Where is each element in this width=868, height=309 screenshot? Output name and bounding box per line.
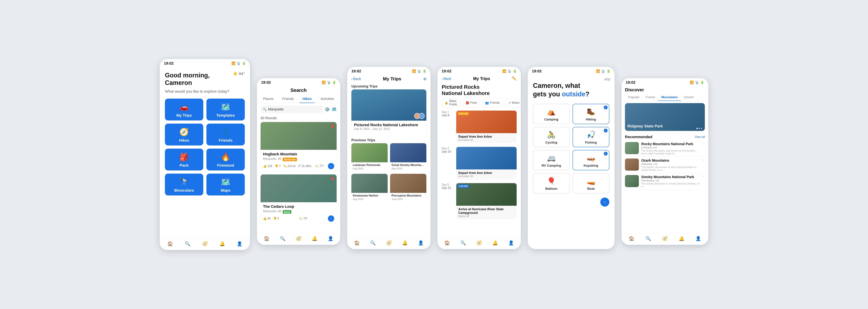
nav-compass-4[interactable]: 🧭 — [476, 240, 482, 246]
friends-btn[interactable]: 👥 Friends — [482, 98, 503, 107]
tile-hikes[interactable]: 🧭 Hikes — [165, 124, 203, 146]
tab-activities[interactable]: Activities — [318, 95, 337, 103]
nav-bell-1[interactable]: 🔔 — [219, 241, 225, 247]
nav-bell-4[interactable]: 🔔 — [492, 240, 498, 246]
featured-label: Ridgway State Park — [627, 124, 663, 128]
trail-card-2[interactable]: 🔖 The Cedars Loop Marquette, MI Easy 👍 4… — [260, 174, 337, 224]
heart-icon-1[interactable]: ♡ — [702, 142, 705, 146]
status-icons-3: 📶 📡 🔋 — [412, 69, 426, 73]
tile-binoculars[interactable]: 🔭 Binoculars — [165, 174, 203, 195]
heart-icon-2[interactable]: ♡ — [702, 158, 705, 163]
nav-search-1[interactable]: 🔍 — [185, 241, 190, 247]
activity-fishing[interactable]: ✓ 🎣 Fishing — [572, 127, 609, 147]
dot-3 — [701, 128, 702, 129]
nav-profile-4[interactable]: 👤 — [508, 240, 514, 246]
back-button-3[interactable]: ‹ Back — [351, 77, 361, 81]
rec-desc-1: The Rocky Mountains, also known as the R… — [641, 149, 699, 155]
tab-forest[interactable]: Forest — [643, 94, 658, 101]
day-content-1: 9:00 AM Depart from Ann Arbor Ann Arbor,… — [456, 111, 517, 144]
activity-boat[interactable]: ✓ 🚤 Boat — [572, 173, 609, 193]
tile-firewood[interactable]: 🔥 Firewood — [207, 149, 245, 171]
nav-home-4[interactable]: 🏠 — [444, 240, 450, 246]
nav-profile-2[interactable]: 👤 — [328, 236, 333, 241]
prev-card-3[interactable]: Keweenaw Harbor Aug 2018 — [351, 174, 388, 202]
trail-info-1: Hogback Mountain Marquette, MI Moderate … — [260, 150, 337, 171]
tab-hikes[interactable]: Hikes — [300, 95, 314, 103]
rec-item-3[interactable]: Smoky Mountains National Park Tennessee,… — [625, 173, 705, 190]
tab-desert[interactable]: Desert — [681, 94, 697, 101]
upcoming-trip-card[interactable]: Pictured Rocks National Lakeshore July 8… — [351, 89, 426, 133]
tile-templates[interactable]: 🗺️ Templates — [207, 99, 245, 121]
activity-balloon[interactable]: ✓ 🎈 Balloon — [533, 173, 570, 193]
tile-my-trips[interactable]: 🚗 My Trips — [165, 99, 203, 121]
nav-home-1[interactable]: 🏠 — [167, 241, 173, 247]
tab-places[interactable]: Places — [260, 95, 276, 103]
bookmark-icon-2[interactable]: 🔖 — [330, 176, 335, 181]
nav-search-2[interactable]: 🔍 — [280, 236, 285, 241]
nav-compass-1[interactable]: 🧭 — [202, 241, 208, 247]
tile-maps[interactable]: 🗺️ Maps — [207, 174, 245, 195]
bookmark-icon-1[interactable]: 🔖 — [330, 124, 335, 128]
day-card-5[interactable]: 5:00 PM Arrive at Hurricane River State … — [456, 183, 517, 219]
rec-item-2[interactable]: Ozark Mountains Arkansas, US The Ozarks,… — [625, 157, 705, 173]
nav-search-4[interactable]: 🔍 — [460, 240, 466, 246]
nav-profile-6[interactable]: 👤 — [695, 236, 701, 241]
tab-friends[interactable]: Friends — [279, 95, 297, 103]
view-all-link[interactable]: View all — [695, 135, 705, 139]
camping-icon: ⛺ — [547, 107, 556, 116]
prev-card-1[interactable]: Leelanau Peninsula Aug 2020 — [351, 143, 388, 171]
distance-icon-1: 📏 — [283, 164, 287, 168]
nav-compass-6[interactable]: 🧭 — [662, 236, 668, 241]
share-btn[interactable]: ↗ Share — [505, 98, 521, 107]
tab-popular[interactable]: Popular — [625, 94, 643, 101]
prev-card-4[interactable]: Porcupine Mountains June 2016 — [390, 174, 426, 202]
pack-btn[interactable]: 🎒 Pack — [463, 98, 480, 107]
go-button-2[interactable]: › — [328, 215, 334, 222]
heart-icon-3[interactable]: ♡ — [702, 175, 705, 179]
nav-search-3[interactable]: 🔍 — [370, 240, 376, 246]
nav-compass-2[interactable]: 🧭 — [296, 236, 301, 241]
activity-camping[interactable]: ✓ ⛺ Camping — [533, 104, 570, 124]
prev-card-2[interactable]: Great Smoky Mounta... May 2019 — [390, 143, 426, 171]
activity-hiking[interactable]: ✓ 🥾 Hiking — [572, 104, 609, 124]
nav-bell-3[interactable]: 🔔 — [402, 240, 408, 246]
activity-kayaking[interactable]: ✓ 🛶 Kayaking — [572, 150, 609, 170]
nav-bell-2[interactable]: 🔔 — [312, 236, 317, 241]
day-card-3[interactable]: Depart from Ann Arbor Ann Arbor, MI — [456, 147, 517, 179]
rec-info-2: Ozark Mountains Arkansas, US The Ozarks,… — [641, 158, 699, 171]
nav-compass-3[interactable]: 🧭 — [386, 240, 392, 246]
tab-mountains[interactable]: Mountains — [658, 94, 681, 101]
difficulty-badge-1: Moderate — [283, 158, 297, 161]
make-public-btn[interactable]: 🔒 Make Public — [442, 98, 460, 107]
status-bar-4: 19:02 📶 📡 🔋 — [437, 67, 521, 74]
search-bar[interactable]: 🔍 Marquette — [260, 105, 323, 113]
next-button[interactable]: › — [600, 197, 609, 207]
rec-item-1[interactable]: Rocky Mountains National Park Colorado, … — [625, 140, 705, 157]
go-button-1[interactable]: › — [328, 163, 334, 169]
nav-home-2[interactable]: 🏠 — [264, 236, 270, 241]
search-tabs: Places Friends Hikes Activities — [257, 95, 340, 103]
nav-profile-1[interactable]: 👤 — [237, 241, 242, 247]
nav-home-6[interactable]: 🏠 — [629, 236, 634, 241]
difficulty-badge-2: Easy — [283, 210, 291, 214]
time-5: 19:02 — [532, 69, 541, 73]
day-card-1[interactable]: 9:00 AM Depart from Ann Arbor Ann Arbor,… — [456, 111, 517, 143]
weather-display: ☀️ 64° — [233, 71, 245, 76]
nav-home-3[interactable]: 🏠 — [354, 240, 360, 246]
plus-icon-3[interactable]: ⊕ — [423, 77, 426, 81]
nav-bell-6[interactable]: 🔔 — [679, 236, 684, 241]
nav-search-6[interactable]: 🔍 — [646, 236, 651, 241]
tile-friends[interactable]: 👤 Friends — [207, 124, 245, 146]
filter-icon[interactable]: ⚙️ — [324, 107, 330, 112]
tile-pack[interactable]: 🎒 Pack — [165, 149, 203, 171]
trail-card-1[interactable]: 🔖 Hogback Mountain Marquette, MI Moderat… — [260, 122, 337, 172]
back-button-4[interactable]: ‹ Back — [442, 77, 451, 81]
activity-rv-camping[interactable]: ✓ 🚐 RV Camping — [533, 150, 570, 170]
skip-button[interactable]: skip — [604, 77, 610, 81]
edit-icon[interactable]: ✏️ — [512, 76, 517, 81]
thumbs-up-icon-1: 👍 — [263, 164, 267, 168]
featured-card[interactable]: Ridgway State Park — [625, 103, 705, 131]
activity-cycling[interactable]: ✓ 🚴 Cycling — [533, 127, 570, 147]
map-icon[interactable]: 🗺️ — [332, 107, 337, 112]
nav-profile-3[interactable]: 👤 — [418, 240, 424, 246]
